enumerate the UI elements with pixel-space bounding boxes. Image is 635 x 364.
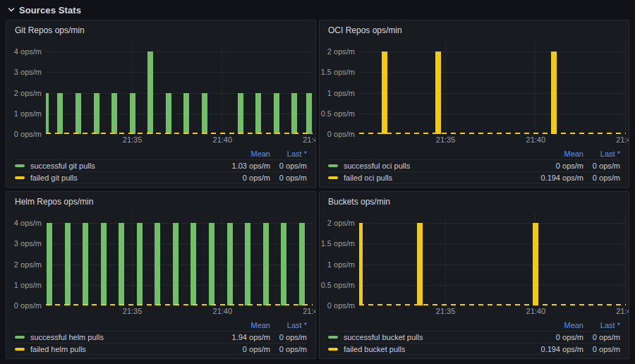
series-label: successful git pulls — [30, 162, 95, 170]
series-label: failed helm pulls — [30, 345, 86, 353]
x-axis-tick-label: 21:40 — [526, 135, 546, 144]
series-toggle[interactable]: successful oci pulls — [328, 162, 519, 170]
y-axis-tick-label: 1 ops/m — [327, 260, 355, 269]
bar — [183, 93, 189, 135]
legend-column-header-mean[interactable]: Mean — [519, 321, 583, 329]
bar — [382, 51, 387, 134]
y-axis-tick-label: 4 ops/m — [14, 47, 42, 56]
bar — [281, 223, 286, 305]
y-axis-tick-label: 4 ops/m — [14, 219, 42, 227]
y-axis-tick-label: 2 ops/m — [327, 47, 355, 56]
panel-title[interactable]: OCI Repos ops/min — [320, 20, 629, 39]
bar — [299, 223, 305, 305]
x-axis-tick-label: 21:45 — [303, 135, 316, 144]
legend-header: MeanLast * — [328, 147, 620, 159]
panel-title[interactable]: Buckets ops/min — [320, 192, 629, 210]
dashboard: Sources Stats Git Repos ops/min4 ops/m3 … — [0, 0, 635, 359]
series-mean-value: 0.194 ops/m — [519, 174, 583, 182]
gridline-horizontal — [359, 265, 626, 265]
series-mean-value: 0 ops/m — [519, 162, 583, 170]
x-axis-tick-label: 21:35 — [436, 135, 456, 144]
series-label: successful bucket pulls — [344, 333, 423, 341]
panel-title[interactable]: Git Repos ops/min — [6, 20, 315, 39]
series-toggle[interactable]: failed helm pulls — [15, 345, 205, 353]
legend: MeanLast *successful oci pulls0 ops/m0 o… — [320, 147, 629, 187]
chart-area: 2 ops/m1.5 ops/m1 ops/m0.5 ops/m0 ops/m — [320, 213, 629, 305]
plot-area[interactable] — [359, 213, 626, 305]
zero-line-dashed — [46, 304, 313, 305]
bar — [173, 223, 179, 305]
series-color-swatch-yellow — [15, 176, 25, 179]
series-toggle[interactable]: successful helm pulls — [15, 333, 205, 341]
legend-column-header-mean[interactable]: Mean — [205, 321, 270, 329]
y-axis-tick-label: 0 ops/m — [327, 301, 355, 310]
series-toggle[interactable]: failed bucket pulls — [328, 345, 519, 353]
legend-column-header-last[interactable]: Last * — [583, 321, 620, 329]
y-axis-tick-label: 0.5 ops/m — [321, 109, 355, 118]
panel-helm-repos-ops-min: Helm Repos ops/min4 ops/m3 ops/m2 ops/m1… — [6, 191, 316, 359]
chart-area: 2 ops/m1.5 ops/m1 ops/m0.5 ops/m0 ops/m — [320, 42, 629, 134]
legend-column-header-last[interactable]: Last * — [583, 150, 620, 158]
panel-buckets-ops-min: Buckets ops/min2 ops/m1.5 ops/m1 ops/m0.… — [319, 191, 629, 359]
plot-area[interactable] — [359, 42, 626, 134]
bar — [209, 223, 214, 305]
series-label: successful helm pulls — [30, 333, 104, 341]
series-label: failed bucket pulls — [344, 345, 405, 353]
section-header-sources-stats[interactable]: Sources Stats — [0, 0, 635, 20]
y-axis: 2 ops/m1.5 ops/m1 ops/m0.5 ops/m0 ops/m — [320, 42, 359, 134]
legend-column-header-mean[interactable]: Mean — [519, 150, 583, 158]
legend-row: failed git pulls0 ops/m0 ops/m — [15, 171, 307, 183]
y-axis: 4 ops/m3 ops/m2 ops/m1 ops/m0 ops/m — [6, 213, 46, 305]
legend: MeanLast *successful git pulls1.03 ops/m… — [6, 147, 315, 187]
series-last-value: 0 ops/m — [583, 333, 620, 341]
gridline-vertical — [625, 213, 626, 305]
series-last-value: 0 ops/m — [583, 174, 620, 182]
bar — [47, 223, 52, 305]
bar — [245, 223, 250, 305]
y-axis-tick-label: 0 ops/m — [14, 130, 42, 138]
gridline-vertical — [445, 42, 446, 134]
panel-grid: Git Repos ops/min4 ops/m3 ops/m2 ops/m1 … — [6, 20, 629, 359]
legend-row: successful bucket pulls0 ops/m0 ops/m — [328, 331, 620, 343]
bar — [417, 223, 423, 305]
legend-column-header-last[interactable]: Last * — [270, 321, 307, 329]
bar — [75, 93, 81, 135]
series-label: failed oci pulls — [344, 174, 392, 182]
bar — [65, 223, 71, 305]
legend-header: MeanLast * — [15, 147, 307, 159]
plot-area[interactable] — [46, 42, 313, 134]
series-toggle[interactable]: failed git pulls — [15, 174, 205, 182]
gridline-horizontal — [359, 51, 626, 52]
bar — [83, 223, 88, 305]
series-color-swatch-green — [328, 164, 338, 167]
x-axis-tick-label: 21:40 — [213, 135, 233, 144]
bar — [274, 93, 279, 135]
legend-row: failed helm pulls0 ops/m0 ops/m — [15, 343, 307, 355]
series-mean-value: 0.194 ops/m — [519, 345, 583, 353]
x-axis-tick-label: 21:40 — [213, 307, 233, 315]
gridline-horizontal — [359, 72, 626, 73]
series-toggle[interactable]: successful git pulls — [15, 162, 205, 170]
legend-column-header-last[interactable]: Last * — [270, 150, 307, 158]
gridline-horizontal — [359, 285, 626, 286]
legend-row: failed bucket pulls0.194 ops/m0 ops/m — [328, 343, 620, 355]
series-mean-value: 0 ops/m — [205, 345, 270, 353]
legend-column-header-mean[interactable]: Mean — [205, 150, 270, 158]
y-axis-tick-label: 2 ops/m — [14, 260, 42, 269]
y-axis-tick-label: 0.5 ops/m — [321, 281, 355, 289]
series-toggle[interactable]: successful bucket pulls — [328, 333, 519, 341]
series-mean-value: 0 ops/m — [519, 333, 583, 341]
series-color-swatch-green — [15, 336, 25, 339]
series-toggle[interactable]: failed oci pulls — [328, 174, 519, 182]
series-label: successful oci pulls — [344, 162, 410, 170]
y-axis-tick-label: 2 ops/m — [14, 89, 42, 97]
panel-title[interactable]: Helm Repos ops/min — [6, 192, 315, 210]
series-color-swatch-green — [328, 336, 338, 339]
x-axis-tick-label: 21:45 — [616, 135, 629, 144]
bar — [137, 223, 143, 305]
plot-area[interactable] — [46, 213, 313, 305]
bar — [551, 51, 557, 134]
series-mean-value: 0 ops/m — [205, 174, 270, 182]
series-last-value: 0 ops/m — [270, 345, 307, 353]
bar — [359, 223, 363, 305]
